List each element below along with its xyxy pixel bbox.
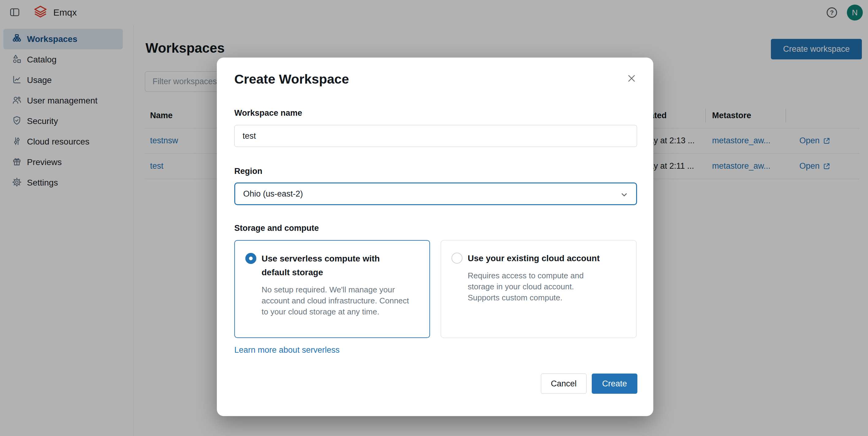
- close-icon[interactable]: [623, 70, 640, 87]
- create-workspace-modal: Create Workspace Workspace name Region O…: [217, 58, 653, 416]
- storage-and-compute-label: Storage and compute: [234, 223, 319, 233]
- region-selected-value: Ohio (us-east-2): [243, 189, 303, 199]
- create-button[interactable]: Create: [592, 374, 638, 394]
- app-root: Emqx ? N Workspaces Catalog: [0, 0, 868, 436]
- option-description: Requires access to compute and storage i…: [468, 270, 602, 303]
- option-serverless-compute[interactable]: Use serverless compute with default stor…: [234, 240, 430, 338]
- modal-title: Create Workspace: [234, 72, 349, 87]
- radio-selected-icon[interactable]: [245, 253, 256, 264]
- region-label: Region: [234, 166, 262, 176]
- radio-unselected-icon[interactable]: [452, 253, 463, 263]
- storage-options: Use serverless compute with default stor…: [217, 240, 653, 338]
- chevron-down-icon: [620, 190, 629, 201]
- cancel-button[interactable]: Cancel: [541, 374, 587, 394]
- workspace-name-field[interactable]: [234, 125, 637, 147]
- option-description: No setup required. We'll manage your acc…: [261, 284, 415, 317]
- learn-more-link[interactable]: Learn more about serverless: [234, 345, 340, 355]
- option-title: Use your existing cloud account: [468, 251, 600, 265]
- workspace-name-label: Workspace name: [234, 108, 302, 118]
- option-title: Use serverless compute with default stor…: [261, 252, 405, 279]
- option-existing-cloud-account[interactable]: Use your existing cloud account Requires…: [441, 240, 637, 338]
- region-select[interactable]: Ohio (us-east-2): [234, 183, 637, 205]
